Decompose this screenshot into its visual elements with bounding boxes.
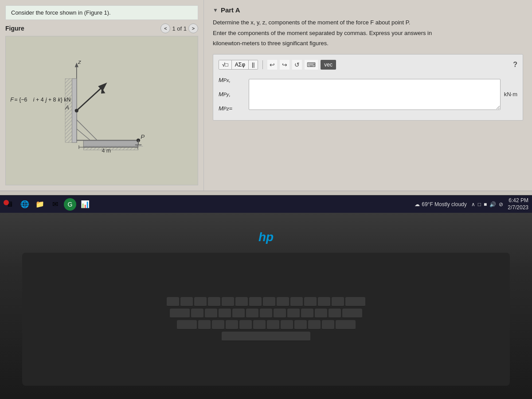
toolbar-separator xyxy=(262,60,263,69)
key[interactable] xyxy=(198,320,211,330)
taskview-icon[interactable]: ■ xyxy=(484,201,487,207)
key[interactable] xyxy=(260,309,272,318)
hp-logo-text: hp xyxy=(258,230,274,244)
key[interactable] xyxy=(332,297,344,307)
undo-btn[interactable]: ↩ xyxy=(267,60,277,70)
problem-statement-text: Consider the force shown in (Figure 1). xyxy=(11,9,111,16)
key[interactable] xyxy=(191,309,203,318)
key[interactable] xyxy=(170,309,190,318)
taskbar-icon-3[interactable]: ✉ xyxy=(49,198,61,211)
key[interactable] xyxy=(239,320,252,330)
key[interactable] xyxy=(246,309,258,318)
problem-line-2: Enter the components of the moment separ… xyxy=(213,29,523,38)
refresh-btn[interactable]: ↺ xyxy=(292,60,302,70)
key[interactable] xyxy=(274,309,286,318)
laptop-screen: Consider the force shown in (Figure 1). … xyxy=(0,0,532,213)
key[interactable] xyxy=(180,297,193,307)
mpz-label: MPz = xyxy=(219,102,245,115)
problem-statement: Consider the force shown in (Figure 1). xyxy=(5,5,198,20)
key[interactable] xyxy=(194,297,207,307)
greek-btn[interactable]: AΣφ xyxy=(232,60,249,69)
answer-toolbar: √□ AΣφ || ↩ ↪ ↺ ⌨ vec ? xyxy=(219,60,517,70)
svg-text:4 m: 4 m xyxy=(102,148,111,154)
formula-group: √□ AΣφ || xyxy=(219,60,258,70)
key[interactable] xyxy=(318,297,330,307)
input-row: MPx, MPy, MPz = kN·m xyxy=(219,74,517,115)
moment-labels: MPx, MPy, MPz = xyxy=(219,74,245,115)
key[interactable] xyxy=(287,309,300,318)
key[interactable] xyxy=(232,309,245,318)
figure-prev-btn[interactable]: < xyxy=(160,23,170,33)
key[interactable] xyxy=(226,320,238,330)
key[interactable] xyxy=(304,297,317,307)
key-row-3 xyxy=(177,320,356,330)
key[interactable] xyxy=(301,309,313,318)
svg-text:P: P xyxy=(141,133,145,140)
vec-btn[interactable]: vec xyxy=(321,60,336,70)
taskbar-icon-5[interactable]: 📊 xyxy=(79,198,91,211)
key[interactable] xyxy=(267,320,279,330)
key[interactable] xyxy=(345,297,365,307)
weather-display: ☁ 69°F Mostly cloudy xyxy=(415,201,467,207)
problem-description: Determine the x, y, z, components of the… xyxy=(213,18,523,50)
key-enter[interactable] xyxy=(336,320,356,330)
figure-next-btn[interactable]: > xyxy=(188,23,198,33)
key-row-2 xyxy=(170,309,362,318)
taskbar-icon-1[interactable]: 🌐 xyxy=(19,198,31,211)
taskbar-right: ☁ 69°F Mostly cloudy ∧ □ ■ 🔊 ⊘ 6:42 PM 2… xyxy=(415,197,528,211)
taskbar-icon-4[interactable]: G xyxy=(64,198,76,211)
volume-icon[interactable]: 🔊 xyxy=(489,201,496,207)
key-row-4 xyxy=(222,332,310,341)
key[interactable] xyxy=(322,320,334,330)
key[interactable] xyxy=(219,309,231,318)
help-icon[interactable]: ? xyxy=(513,61,517,69)
key[interactable] xyxy=(167,297,179,307)
key[interactable] xyxy=(308,320,321,330)
key[interactable] xyxy=(249,297,262,307)
network-icon[interactable]: ⊘ xyxy=(499,201,503,207)
right-panel: ▼ Part A Determine the x, y, z, componen… xyxy=(204,0,532,191)
keyboard-btn[interactable]: ⌨ xyxy=(305,60,318,70)
svg-text:z: z xyxy=(78,59,81,65)
redo-btn[interactable]: ↪ xyxy=(280,60,289,70)
figure-canvas: z 4 m P xyxy=(5,36,198,185)
key[interactable] xyxy=(315,309,327,318)
figure-label: Figure xyxy=(5,25,24,32)
svg-text:+ 8: + 8 xyxy=(48,97,56,103)
key[interactable] xyxy=(212,320,224,330)
key[interactable] xyxy=(222,297,234,307)
key[interactable] xyxy=(208,297,220,307)
spacebar[interactable] xyxy=(222,332,310,341)
figure-nav: < 1 of 1 > xyxy=(160,23,198,33)
key[interactable] xyxy=(281,320,293,330)
key[interactable] xyxy=(253,320,266,330)
chevron-icon[interactable]: ∧ xyxy=(471,201,475,207)
part-title: Part A xyxy=(221,6,240,14)
key[interactable] xyxy=(290,297,303,307)
answer-input[interactable] xyxy=(249,79,501,110)
answer-area: √□ AΣφ || ↩ ↪ ↺ ⌨ vec ? xyxy=(213,54,523,121)
part-header: ▼ Part A xyxy=(213,6,523,14)
svg-text:A: A xyxy=(65,104,69,111)
svg-text:+ 4: + 4 xyxy=(36,97,44,103)
power-button[interactable] xyxy=(4,200,9,205)
key[interactable] xyxy=(277,297,289,307)
time-display: 6:42 PM 2/7/2023 xyxy=(508,197,528,211)
matrix-btn[interactable]: || xyxy=(249,60,258,69)
mpx-label: MPx, xyxy=(219,74,245,86)
time-text: 6:42 PM xyxy=(508,197,528,204)
formula-btn[interactable]: √□ xyxy=(219,60,232,69)
key[interactable] xyxy=(294,320,307,330)
key[interactable] xyxy=(205,309,217,318)
key[interactable] xyxy=(342,309,362,318)
key[interactable] xyxy=(263,297,275,307)
window-icon[interactable]: □ xyxy=(478,201,481,207)
unit-label: kN·m xyxy=(504,91,517,98)
taskbar-icon-2[interactable]: 📁 xyxy=(34,198,46,211)
key[interactable] xyxy=(177,320,197,330)
key[interactable] xyxy=(235,297,248,307)
keyboard-area xyxy=(22,253,510,386)
problem-line-3: kilonewton-meters to three significant f… xyxy=(213,39,523,48)
key[interactable] xyxy=(329,309,341,318)
weather-icon: ☁ xyxy=(415,201,420,207)
